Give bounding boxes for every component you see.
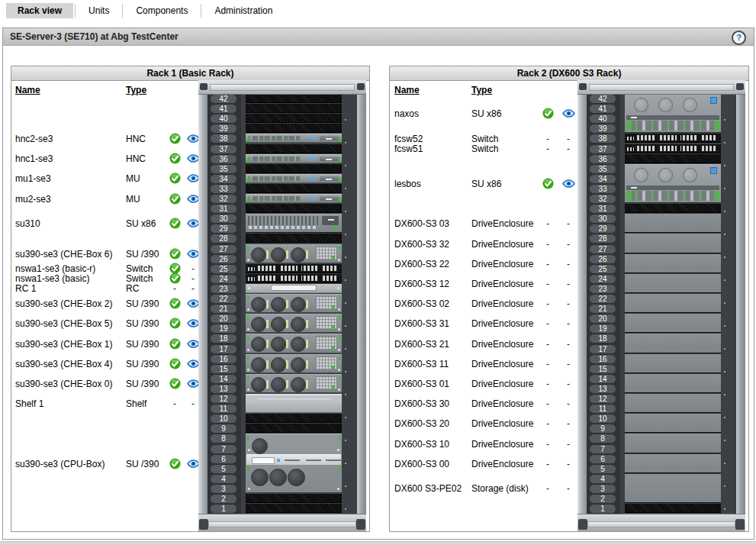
row-type: DriveEnclosure [471, 239, 533, 250]
row-type: HNC [126, 134, 146, 144]
rack-unit-slot-35 [246, 164, 342, 173]
status-ok-icon[interactable] [167, 153, 182, 166]
status-ok-icon[interactable] [167, 318, 182, 331]
column-header-type[interactable]: Type [126, 85, 146, 95]
row-type: Switch [471, 144, 498, 154]
rack-unit-slot-18 [625, 334, 721, 353]
help-icon[interactable]: ? [732, 31, 746, 45]
row-name: DX600-S3 01 [394, 379, 449, 389]
slot-number-34: 34 [590, 175, 616, 183]
visibility-dash: - [561, 379, 576, 389]
status-ok-icon[interactable] [167, 358, 182, 372]
rack-frame-left [198, 80, 207, 531]
row-type: DriveEnclosure [471, 218, 533, 229]
rack-panel-2: Rack 2 (DX600 S3 Rack)NameTypenaxosSU x8… [389, 66, 749, 532]
slot-number-1: 1 [590, 505, 616, 513]
status-ok-icon[interactable] [167, 133, 182, 147]
slot-number-6: 6 [590, 455, 616, 463]
status-dash: - [540, 359, 555, 369]
slot-number-30: 30 [211, 214, 236, 223]
column-header-name[interactable]: Name [15, 85, 40, 95]
slot-number-21: 21 [211, 305, 236, 313]
slot-number-40: 40 [211, 114, 236, 123]
status-ok-icon[interactable] [167, 173, 182, 186]
row-name: nswa1-se3 (basic) [15, 273, 89, 284]
status-dash: - [540, 259, 555, 269]
visibility-eye-icon[interactable] [561, 179, 576, 190]
tab-separator [75, 5, 76, 18]
visibility-dash: - [561, 398, 576, 409]
row-name: DX600-S3 00 [394, 459, 449, 469]
rack-frame-top [198, 80, 366, 95]
rack-panel-1: Rack 1 (Basic Rack)NameTypehnc2-se3HNChn… [11, 66, 370, 532]
row-name: DX600-S3 03 [394, 218, 449, 229]
row-type: Switch [126, 263, 153, 274]
tab-components[interactable]: Components [124, 3, 199, 18]
row-type: Switch [471, 134, 498, 144]
slot-number-35: 35 [211, 165, 236, 173]
main-container: SE-Server-3 (SE710) at Abg TestCenter ? … [2, 27, 754, 540]
row-name: DX600 S3-PE02 [394, 483, 462, 494]
row-type: SU /390 [126, 359, 159, 369]
tab-units[interactable]: Units [77, 3, 121, 18]
row-type: SU /390 [126, 379, 159, 389]
row-type: DriveEnclosure [471, 279, 533, 289]
visibility-eye-icon[interactable] [561, 109, 576, 120]
status-ok-icon[interactable] [167, 298, 182, 311]
status-ok-icon[interactable] [167, 248, 182, 262]
slot-number-25: 25 [590, 265, 616, 273]
row-name: su390-se3 (CPU-Box) [15, 459, 105, 469]
slot-number-28: 28 [590, 234, 616, 243]
status-ok-icon[interactable] [167, 458, 182, 472]
row-name: naxos [394, 108, 419, 119]
rack-unit-slot-30 [625, 214, 721, 233]
visibility-dash: - [561, 439, 576, 450]
rack-unit-slot-38 [246, 134, 342, 143]
row-type: DriveEnclosure [471, 339, 533, 350]
slot-number-16: 16 [211, 355, 236, 363]
slot-number-27: 27 [211, 245, 236, 253]
status-ok-icon[interactable] [540, 178, 555, 192]
slot-number-22: 22 [590, 295, 616, 303]
status-ok-icon[interactable] [167, 338, 182, 352]
rack-foot [578, 519, 587, 530]
slot-number-42: 42 [590, 95, 616, 103]
row-type: SU x86 [471, 108, 501, 119]
visibility-dash: - [561, 144, 576, 154]
slot-number-20: 20 [590, 314, 616, 323]
slot-number-9: 9 [211, 424, 236, 433]
rack-screw [357, 83, 365, 90]
visibility-dash: - [561, 318, 576, 329]
page-title: SE-Server-3 (SE710) at Abg TestCenter [10, 31, 179, 42]
row-type: MU [126, 173, 140, 184]
column-header-name[interactable]: Name [394, 85, 420, 95]
row-name: DX600-S3 11 [394, 359, 449, 369]
column-header-type[interactable]: Type [471, 85, 492, 95]
rack-unit-slot-16 [246, 354, 342, 373]
rack-frame-right [357, 80, 366, 531]
slot-number-35: 35 [590, 165, 616, 173]
slot-number-40: 40 [590, 114, 616, 123]
slot-number-1: 1 [211, 505, 236, 513]
status-dash: - [540, 144, 555, 154]
status-ok-icon[interactable] [167, 378, 182, 392]
rack-unit-slot-20 [246, 314, 342, 333]
status-ok-icon[interactable] [167, 193, 182, 207]
slot-number-29: 29 [211, 224, 236, 233]
visibility-dash: - [561, 259, 576, 269]
visibility-dash: - [561, 339, 576, 350]
rack-graphic: 4241403938373635343332313029282726252423… [198, 80, 366, 531]
slot-number-10: 10 [211, 414, 236, 423]
tab-rack-view[interactable]: Rack view [6, 3, 73, 18]
status-ok-icon[interactable] [540, 108, 555, 121]
tab-administration[interactable]: Administration [203, 3, 284, 18]
rack-unit-slot-10 [625, 414, 721, 433]
row-type: SU /390 [126, 459, 159, 469]
slot-number-17: 17 [590, 345, 616, 353]
visibility-dash: - [561, 239, 576, 250]
rack-unit-slot-28 [625, 234, 721, 253]
rack-unit-slot-37 [625, 144, 721, 153]
status-ok-icon[interactable] [167, 218, 182, 231]
rack-unit-slot-39 [246, 124, 342, 133]
slot-number-8: 8 [211, 434, 236, 443]
